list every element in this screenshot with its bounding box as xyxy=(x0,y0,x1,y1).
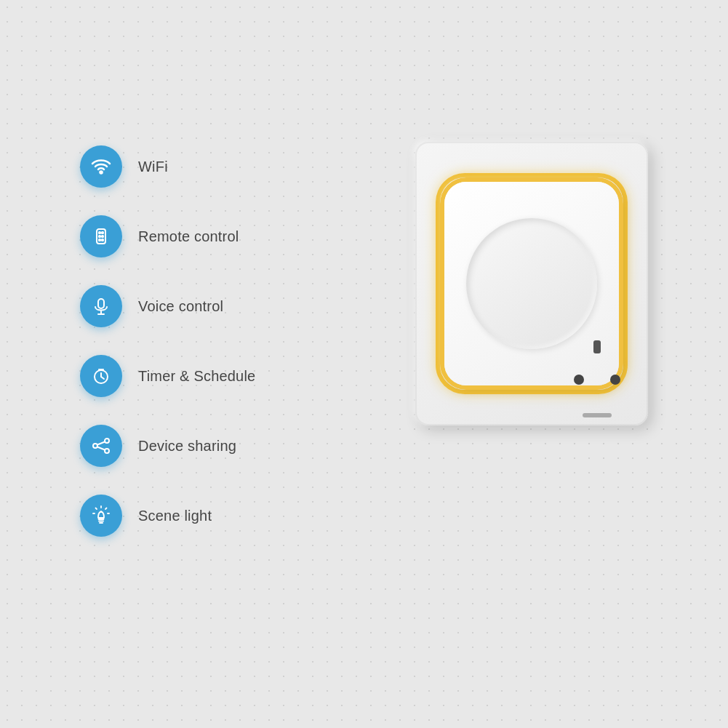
timer-icon-circle xyxy=(80,355,122,397)
feature-item-voice: Voice control xyxy=(80,285,255,327)
svg-line-22 xyxy=(96,508,97,510)
svg-line-21 xyxy=(105,508,107,510)
socket-ground-pin xyxy=(593,340,601,353)
remote-label: Remote control xyxy=(138,228,239,245)
features-list: WiFi Remote control Voice xyxy=(80,145,255,537)
scene-light-label: Scene light xyxy=(138,508,212,524)
timer-label: Timer & Schedule xyxy=(138,368,255,385)
svg-rect-6 xyxy=(99,239,100,241)
socket-grounding-strip xyxy=(583,413,612,417)
feature-item-wifi: WiFi xyxy=(80,145,255,188)
socket-face xyxy=(466,218,597,349)
svg-rect-8 xyxy=(98,299,104,308)
mic-icon xyxy=(91,296,111,316)
svg-point-15 xyxy=(105,439,109,443)
socket-pin-right xyxy=(610,375,620,385)
remote-icon-circle xyxy=(80,215,122,257)
feature-item-remote: Remote control xyxy=(80,215,255,257)
clock-icon xyxy=(91,366,111,386)
voice-label: Voice control xyxy=(138,298,223,315)
bulb-icon xyxy=(91,505,111,526)
feature-item-scene-light: Scene light xyxy=(80,495,255,537)
svg-rect-4 xyxy=(99,236,100,237)
wifi-label: WiFi xyxy=(138,159,168,175)
feature-item-timer: Timer & Schedule xyxy=(80,355,255,397)
svg-rect-7 xyxy=(102,239,103,241)
socket-pin-left xyxy=(574,375,584,385)
remote-icon xyxy=(91,226,111,247)
svg-rect-2 xyxy=(99,232,100,233)
voice-icon-circle xyxy=(80,285,122,327)
sharing-icon-circle xyxy=(80,425,122,467)
svg-point-16 xyxy=(93,444,97,448)
svg-rect-5 xyxy=(102,236,103,237)
svg-line-18 xyxy=(97,442,105,445)
sharing-label: Device sharing xyxy=(138,438,236,455)
svg-point-17 xyxy=(105,449,109,453)
svg-rect-3 xyxy=(102,232,103,233)
scene-light-icon-circle xyxy=(80,495,122,537)
feature-item-sharing: Device sharing xyxy=(80,425,255,467)
svg-point-0 xyxy=(100,171,103,174)
svg-line-19 xyxy=(97,447,105,450)
wifi-icon xyxy=(91,156,111,177)
wifi-icon-circle xyxy=(80,145,122,188)
share-icon xyxy=(91,436,111,456)
svg-line-13 xyxy=(101,377,104,379)
plug-illustration xyxy=(401,116,663,451)
